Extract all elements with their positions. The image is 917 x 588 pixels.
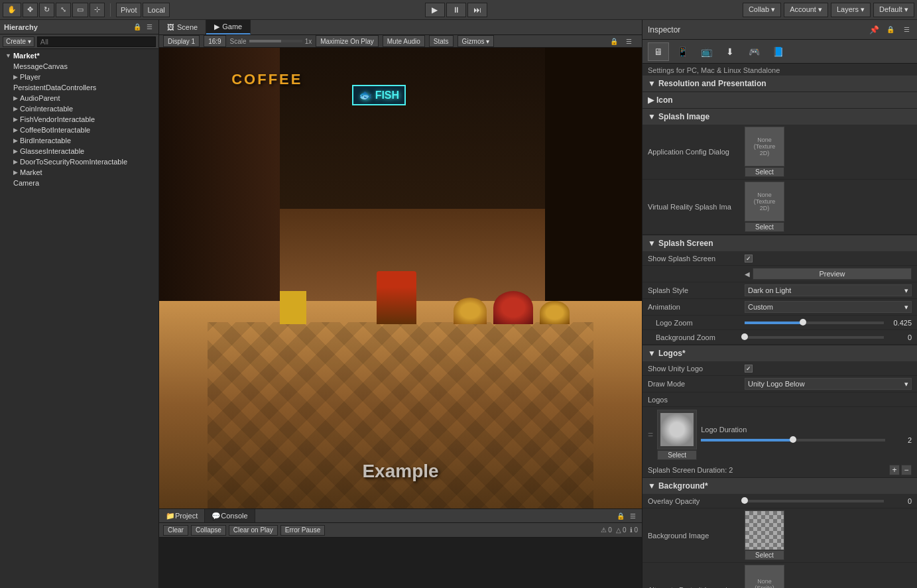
- view-menu-btn[interactable]: ☰: [624, 37, 634, 46]
- logo-select-btn[interactable]: Select: [657, 450, 697, 460]
- bg-zoom-thumb[interactable]: [741, 333, 748, 340]
- warning-count: 0: [623, 526, 627, 534]
- animation-value: Custom: [748, 303, 773, 311]
- show-unity-logo-checkbox[interactable]: [745, 365, 753, 373]
- app-config-select-btn[interactable]: Select: [745, 167, 784, 177]
- pause-btn[interactable]: ⏸: [446, 3, 466, 17]
- drag-handle-icon[interactable]: =: [648, 430, 653, 440]
- vr-splash-label: Virtual Reality Splash Ima: [648, 203, 741, 211]
- bottom-menu-btn[interactable]: ☰: [628, 512, 638, 520]
- view-lock-btn[interactable]: 🔒: [608, 37, 620, 46]
- download-platform-icon[interactable]: ⬇: [719, 42, 741, 61]
- transform-tool-btn[interactable]: ⊹: [90, 3, 105, 17]
- error-pause-btn[interactable]: Error Pause: [280, 525, 325, 536]
- animation-select[interactable]: Custom ▾: [745, 301, 912, 313]
- step-btn[interactable]: ⏭: [467, 3, 487, 17]
- rect-tool-btn[interactable]: ▭: [72, 3, 88, 17]
- layers-btn[interactable]: Layers ▾: [831, 3, 871, 17]
- overlay-opacity-thumb[interactable]: [741, 497, 748, 504]
- inspector-menu-btn[interactable]: ☰: [902, 25, 912, 34]
- vr-splash-select-btn[interactable]: Select: [745, 222, 784, 232]
- tv-platform-icon[interactable]: 📺: [696, 42, 717, 61]
- tree-item-coin[interactable]: ▶ CoinInteractable: [0, 103, 158, 114]
- tree-item-glasses[interactable]: ▶ GlassesInteractable: [0, 146, 158, 156]
- tree-item-market[interactable]: ▶ Market: [0, 167, 158, 178]
- collab-btn[interactable]: Collab ▾: [743, 3, 781, 17]
- tree-item-camera[interactable]: Camera: [0, 178, 158, 188]
- display-btn[interactable]: Display 1: [163, 35, 200, 47]
- logo-zoom-value: 0.425: [888, 319, 912, 327]
- clear-btn[interactable]: Clear: [163, 525, 188, 536]
- tab-controls: 🔒 ☰: [604, 37, 638, 46]
- splash-style-select[interactable]: Dark on Light ▾: [745, 284, 912, 296]
- splash-image-title: Splash Image: [658, 112, 709, 121]
- create-btn[interactable]: Create ▾: [3, 36, 34, 47]
- scale-tool-btn[interactable]: ⤡: [56, 3, 71, 17]
- hand-tool-btn[interactable]: ✋: [3, 3, 21, 17]
- tree-item-messagecanvas[interactable]: MessageCanvas: [0, 61, 158, 72]
- remove-logo-btn[interactable]: −: [901, 465, 912, 475]
- bg-zoom-slider[interactable]: [745, 336, 884, 339]
- logo-duration-thumb[interactable]: [790, 436, 796, 443]
- console-tab-icon: 💬: [212, 512, 221, 520]
- tree-item-label: BirdInteractable: [20, 137, 71, 145]
- logo-zoom-slider[interactable]: [745, 322, 884, 324]
- tree-item-bird[interactable]: ▶ BirdInteractable: [0, 135, 158, 146]
- move-tool-btn[interactable]: ✥: [23, 3, 38, 17]
- hierarchy-lock-btn[interactable]: 🔒: [131, 23, 143, 31]
- console-tab[interactable]: 💬 Console: [205, 509, 255, 522]
- stats-btn[interactable]: Stats: [429, 35, 454, 47]
- icon-section-header[interactable]: ▶ Icon: [642, 91, 917, 108]
- hierarchy-header: Hierarchy 🔒 ☰: [0, 20, 158, 34]
- social-platform-icon[interactable]: 📘: [767, 42, 788, 61]
- account-btn[interactable]: Account ▾: [784, 3, 828, 17]
- draw-mode-select[interactable]: Unity Logo Below ▾: [745, 378, 912, 390]
- bottom-lock-btn[interactable]: 🔒: [615, 512, 627, 520]
- hierarchy-menu-btn[interactable]: ☰: [145, 23, 154, 31]
- resolution-section-header[interactable]: ▼ Resolution and Presentation: [642, 76, 917, 91]
- background-section-header[interactable]: ▼ Background*: [642, 477, 917, 494]
- bg-image-select-btn[interactable]: Select: [745, 550, 784, 560]
- inspector-lock-btn[interactable]: 🔒: [885, 25, 896, 34]
- pivot-btn[interactable]: Pivot: [116, 3, 141, 17]
- vr-splash-row: Virtual Reality Splash Ima None(Texture2…: [642, 180, 917, 235]
- collapse-btn[interactable]: Collapse: [191, 525, 226, 536]
- project-tab[interactable]: 📁 Project: [159, 509, 205, 522]
- tree-item-audioparent[interactable]: ▶ AudioParent: [0, 93, 158, 103]
- tree-item-coffeebot[interactable]: ▶ CoffeeBotInteractable: [0, 125, 158, 135]
- tree-item-fishvendor[interactable]: ▶ FishVendorInteractable: [0, 114, 158, 125]
- preview-row: ◀ Preview: [642, 266, 917, 282]
- tree-item-persistentdata[interactable]: PersistentDataControllers: [0, 82, 158, 93]
- preview-btn[interactable]: Preview: [753, 268, 912, 280]
- gamepad-platform-icon[interactable]: 🎮: [743, 42, 764, 61]
- search-input[interactable]: [37, 36, 156, 47]
- add-logo-btn[interactable]: +: [889, 465, 900, 475]
- resolution-arrow-icon: ▼: [648, 79, 656, 88]
- splash-image-section-header[interactable]: ▼ Splash Image: [642, 108, 917, 125]
- logos-section-header[interactable]: ▼ Logos*: [642, 345, 917, 361]
- gizmos-btn[interactable]: Gizmos ▾: [458, 35, 495, 47]
- tree-item-player[interactable]: ▶ Player: [0, 72, 158, 82]
- logo-duration-slider[interactable]: 2: [701, 436, 912, 444]
- local-btn[interactable]: Local: [143, 3, 169, 17]
- splash-screen-section-header[interactable]: ▼ Splash Screen: [642, 235, 917, 251]
- overlay-opacity-slider[interactable]: [745, 500, 884, 502]
- mute-btn[interactable]: Mute Audio: [383, 35, 425, 47]
- mobile-platform-icon[interactable]: 📱: [672, 42, 693, 61]
- maximize-btn[interactable]: Maximize On Play: [316, 35, 379, 47]
- pc-platform-icon[interactable]: 🖥: [648, 42, 669, 61]
- tree-item-market-root[interactable]: ▼ Market*: [0, 50, 158, 61]
- logo-zoom-thumb[interactable]: [800, 319, 806, 325]
- scale-slider[interactable]: [249, 40, 302, 42]
- pin-icon[interactable]: 📌: [869, 25, 879, 34]
- default-layout-btn[interactable]: Default ▾: [873, 3, 914, 17]
- play-btn[interactable]: ▶: [425, 3, 445, 17]
- scene-tab[interactable]: 🖼 Scene: [159, 20, 206, 34]
- clear-on-play-btn[interactable]: Clear on Play: [229, 525, 278, 536]
- show-splash-checkbox[interactable]: [745, 255, 753, 263]
- rotate-tool-btn[interactable]: ↻: [39, 3, 54, 17]
- game-tab[interactable]: ▶ Game: [206, 20, 251, 34]
- aspect-btn[interactable]: 16:9: [204, 35, 225, 47]
- tree-item-door[interactable]: ▶ DoorToSecurityRoomInteractable: [0, 156, 158, 167]
- logo-duration-label: Logo Duration: [701, 426, 912, 434]
